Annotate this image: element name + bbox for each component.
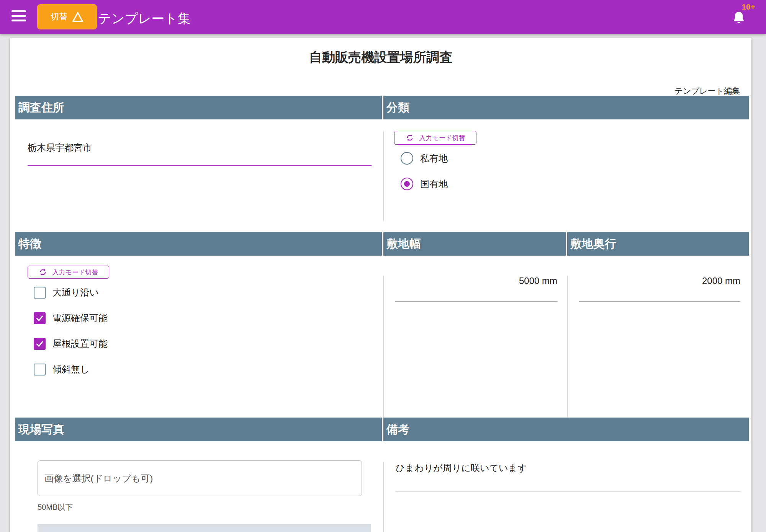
checkbox-icon-checked xyxy=(34,312,46,324)
site-width-underline xyxy=(395,301,557,302)
template-edit-link[interactable]: テンプレート編集 xyxy=(675,86,740,96)
section-site-photo: 現場写真 画像を選択(ドロップも可) 50MB以下 xyxy=(15,418,382,532)
section-features: 特徴 入力モード切替 xyxy=(15,232,382,418)
image-file-placeholder: 画像を選択(ドロップも可) xyxy=(38,472,153,485)
checkbox-no-slope[interactable]: 傾斜無し xyxy=(34,363,382,375)
category-input-mode-button[interactable]: 入力モード切替 xyxy=(394,131,476,145)
section-features-header: 特徴 xyxy=(15,232,382,256)
notification-area[interactable]: 10+ xyxy=(732,2,755,30)
sync-icon xyxy=(39,268,47,276)
form-card: 自動販売機設置場所調査 テンプレート編集 調査住所 栃木県宇都宮市 分類 xyxy=(10,38,751,532)
section-category-header: 分類 xyxy=(383,96,749,119)
radio-private-land[interactable]: 私有地 xyxy=(401,152,749,165)
screen: 切替 テンプレート集 10+ 自動販売機設置場所調査 テンプレート編集 調査住所 xyxy=(0,0,766,532)
features-input-mode-button[interactable]: 入力モード切替 xyxy=(28,266,109,279)
checkbox-label: 電源確保可能 xyxy=(52,312,108,324)
section-category: 分類 入力モード切替 xyxy=(383,96,749,232)
checkbox-icon-unchecked xyxy=(34,364,46,375)
sync-icon xyxy=(406,134,414,142)
radio-label: 国有地 xyxy=(420,178,448,190)
section-address: 調査住所 栃木県宇都宮市 xyxy=(15,96,382,232)
section-site-depth-header: 敷地奥行 xyxy=(567,232,749,256)
section-site-depth: 敷地奥行 2000 mm xyxy=(567,232,749,418)
image-file-input[interactable]: 画像を選択(ドロップも可) xyxy=(38,460,362,496)
switch-button[interactable]: 切替 xyxy=(37,4,97,29)
switch-button-label: 切替 xyxy=(51,11,67,23)
triangle-icon xyxy=(72,12,83,22)
radio-national-land[interactable]: 国有地 xyxy=(401,178,749,190)
notification-badge: 10+ xyxy=(741,2,755,11)
bell-icon[interactable] xyxy=(732,11,745,27)
notes-input[interactable]: ひまわりが周りに咲いています xyxy=(396,462,740,491)
checkbox-icon-checked xyxy=(34,338,46,350)
checkbox-main-street[interactable]: 大通り沿い xyxy=(34,286,382,299)
checkbox-roof-possible[interactable]: 屋根設置可能 xyxy=(34,338,382,350)
site-photo-treeline-image xyxy=(38,524,371,532)
section-address-header: 調査住所 xyxy=(15,96,382,119)
checkbox-label: 傾斜無し xyxy=(52,363,90,375)
file-size-hint: 50MB以下 xyxy=(38,502,382,512)
checkbox-label: 大通り沿い xyxy=(52,286,99,299)
address-input[interactable]: 栃木県宇都宮市 xyxy=(28,142,372,166)
checkbox-icon-unchecked xyxy=(34,287,46,299)
section-notes-header: 備考 xyxy=(383,418,749,441)
form-title: 自動販売機設置場所調査 xyxy=(10,49,751,66)
radio-label: 私有地 xyxy=(420,152,448,165)
checkbox-power-available[interactable]: 電源確保可能 xyxy=(34,312,382,324)
hamburger-menu-icon[interactable] xyxy=(11,10,26,23)
site-depth-underline xyxy=(579,301,740,302)
radio-icon-unselected xyxy=(401,152,413,165)
site-width-value[interactable]: 5000 mm xyxy=(384,276,566,286)
checkbox-label: 屋根設置可能 xyxy=(52,338,108,350)
section-site-width: 敷地幅 5000 mm xyxy=(383,232,566,418)
category-input-mode-label: 入力モード切替 xyxy=(419,134,465,142)
form-grid: 調査住所 栃木県宇都宮市 分類 xyxy=(15,96,749,532)
radio-icon-selected xyxy=(401,178,413,190)
app-bar: 切替 テンプレート集 10+ xyxy=(0,0,766,34)
section-notes: 備考 ひまわりが周りに咲いています xyxy=(383,418,749,532)
section-site-photo-header: 現場写真 xyxy=(15,418,382,441)
app-title: テンプレート集 xyxy=(98,10,191,28)
section-site-width-header: 敷地幅 xyxy=(383,232,566,256)
site-depth-value[interactable]: 2000 mm xyxy=(568,276,749,286)
features-input-mode-label: 入力モード切替 xyxy=(52,268,98,277)
